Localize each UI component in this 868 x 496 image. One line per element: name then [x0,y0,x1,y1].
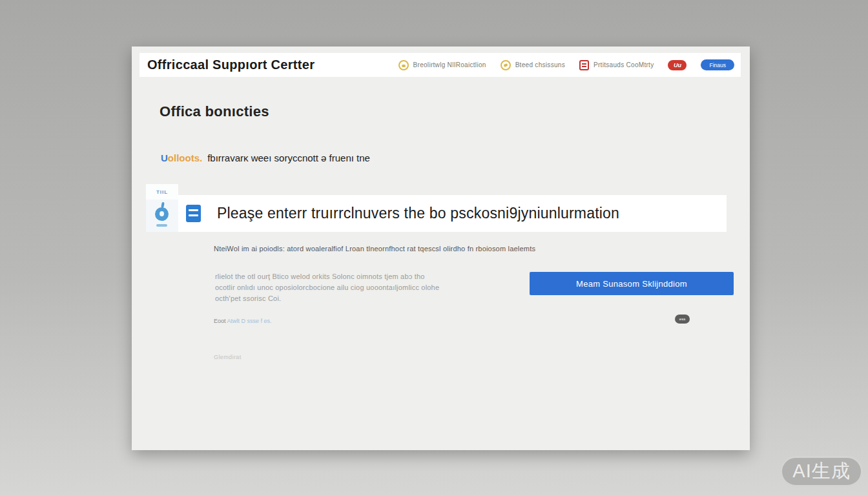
prompt-banner: Pleaşe enterr truırrclnuvers the bo psck… [178,195,727,232]
notice-label-blue: U [161,152,168,163]
section-heading: Offica bonıcties [160,103,269,120]
terms-line: Eoot Atwlt D ssse f es. [214,318,272,324]
arrow-circle-icon [501,60,511,70]
notice-line: Uolloots.fbırravarĸ weeı soryccnott ə fr… [161,152,370,163]
page-title: Offriccaal Suppıort Certter [147,57,315,72]
support-center-card: Offriccaal Suppıort Certter Breolirtwlg … [132,46,750,450]
notice-text: fbırravarĸ weeı soryccnott ə fruenı tne [207,152,370,163]
nav-item-label: Bteed chsissuns [515,61,565,68]
nav-item-label: Prtitsauds CooMtrty [594,61,654,68]
banner-title: Pleaşe enterr truırrclnuvers the bo psck… [217,205,619,222]
page-background: Offriccaal Suppıort Certter Breolirtwlg … [0,0,868,496]
top-bar: Offriccaal Suppıort Certter Breolirtwlg … [140,53,741,77]
assistant-widget[interactable]: TIIL [146,184,178,232]
archive-book-icon [186,205,201,222]
notice-label-orange: olloots. [168,152,202,163]
more-options-pill[interactable]: ess [675,315,690,324]
footnote-text: Glemdirat [214,354,242,360]
signin-button[interactable]: Finaus [701,59,734,70]
banner-subtitle: NteiWol im ai poiodls: atord woaleralfio… [214,245,535,253]
nav-item-label: Breolirtwlg NlIRoaictlion [413,61,486,68]
top-nav: Breolirtwlg NlIRoaictlion Bteed chsissun… [398,59,734,70]
nav-item-discussions[interactable]: Bteed chsissuns [501,60,565,70]
brand-logo-badge[interactable]: Uu [668,60,687,70]
description-paragraph: rlielot the otl ourţ Btico welod orkits … [215,271,439,304]
paragraph-line: ocotlir onlıdı unoc oposiolorcbocione ai… [215,282,439,293]
paragraph-line: octh'pet ssorisc Coi. [215,293,439,304]
document-icon [579,60,589,70]
ai-generated-watermark: AI生成 [780,456,863,487]
nav-item-consultation[interactable]: Breolirtwlg NlIRoaictlion [398,60,486,70]
submit-button[interactable]: Meam Sunasom Sklijnddiom [530,272,734,295]
assistant-tab[interactable]: TIIL [146,184,178,200]
paragraph-line: rlielot the otl ourţ Btico welod orkits … [215,271,439,282]
terms-link[interactable]: Atwlt D ssse f es. [227,318,272,324]
nav-item-products[interactable]: Prtitsauds CooMtrty [579,60,654,70]
chat-circle-icon [398,60,409,70]
robot-assistant-icon [154,202,170,228]
terms-prefix: Eoot [214,318,226,324]
